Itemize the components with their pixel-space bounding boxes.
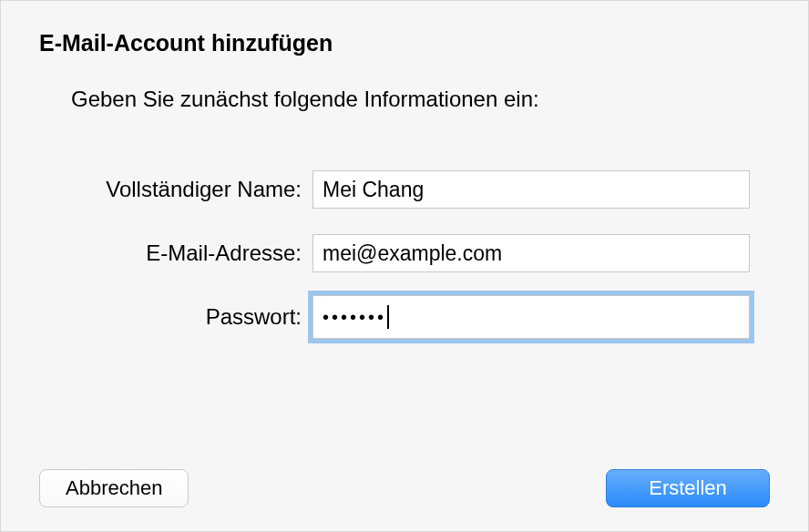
fullname-input[interactable] — [312, 170, 750, 209]
password-row: Passwort: ••••••• — [1, 296, 808, 338]
add-mail-account-dialog: E-Mail-Account hinzufügen Geben Sie zunä… — [0, 0, 809, 532]
password-value: ••••••• — [323, 307, 386, 328]
email-input[interactable] — [312, 234, 750, 272]
fullname-row: Vollständiger Name: — [1, 169, 808, 210]
button-bar: Abbrechen Erstellen — [1, 469, 808, 507]
text-cursor — [387, 305, 389, 329]
cancel-button[interactable]: Abbrechen — [39, 469, 189, 507]
create-button[interactable]: Erstellen — [606, 469, 770, 507]
fullname-label: Vollständiger Name: — [1, 177, 312, 202]
dialog-title: E-Mail-Account hinzufügen — [39, 30, 333, 56]
password-label: Passwort: — [1, 304, 312, 330]
email-label: E-Mail-Adresse: — [1, 240, 312, 266]
email-row: E-Mail-Adresse: — [1, 232, 808, 274]
password-input[interactable]: ••••••• — [312, 295, 750, 339]
dialog-subtitle: Geben Sie zunächst folgende Informatione… — [71, 87, 539, 112]
account-form: Vollständiger Name: E-Mail-Adresse: Pass… — [1, 169, 808, 360]
